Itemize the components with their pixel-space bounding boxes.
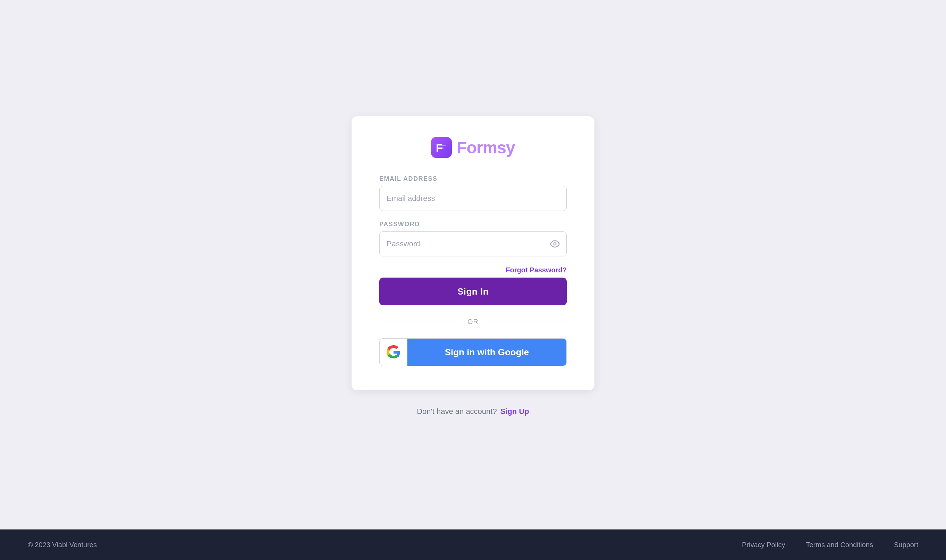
forgot-password-container: Forgot Password?: [379, 266, 567, 274]
google-icon-area: [380, 338, 408, 366]
google-icon: [387, 345, 400, 359]
password-field-group: PASSWORD: [379, 221, 567, 256]
or-text: OR: [468, 318, 478, 326]
or-divider: OR: [379, 318, 567, 326]
google-button-label: Sign in with Google: [408, 338, 566, 366]
login-card: F Formsy EMAIL ADDRESS: [352, 116, 594, 390]
footer-links: Privacy Policy Terms and Conditions Supp…: [742, 541, 918, 549]
svg-rect-3: [437, 148, 443, 149]
logo-text-accent: sy: [497, 138, 515, 157]
logo-text-plain: Form: [457, 138, 497, 157]
password-input[interactable]: [379, 231, 567, 256]
google-sign-in-button[interactable]: Sign in with Google: [379, 338, 567, 366]
main-content: F Formsy EMAIL ADDRESS: [0, 0, 946, 560]
or-line-left: [379, 322, 460, 322]
formsy-logo-icon: F: [431, 137, 452, 158]
email-field-group: EMAIL ADDRESS: [379, 175, 567, 211]
footer: © 2023 Viabl Ventures Privacy Policy Ter…: [0, 529, 946, 560]
forgot-password-link[interactable]: Forgot Password?: [506, 266, 567, 274]
logo-text: Formsy: [457, 138, 515, 157]
signup-prompt: Don't have an account?: [417, 407, 497, 416]
email-label: EMAIL ADDRESS: [379, 175, 567, 183]
footer-privacy-policy-link[interactable]: Privacy Policy: [742, 541, 785, 549]
footer-copyright: © 2023 Viabl Ventures: [28, 541, 97, 549]
password-label: PASSWORD: [379, 221, 567, 228]
logo-container: F Formsy: [431, 137, 515, 158]
password-input-wrapper: [379, 231, 567, 256]
login-form: EMAIL ADDRESS PASSWORD Forgot Pass: [379, 175, 567, 366]
sign-in-button[interactable]: Sign In: [379, 278, 567, 305]
signup-row: Don't have an account? Sign Up: [417, 407, 529, 416]
signup-link[interactable]: Sign Up: [500, 407, 529, 416]
footer-terms-link[interactable]: Terms and Conditions: [806, 541, 873, 549]
svg-rect-2: [437, 145, 446, 146]
password-visibility-icon[interactable]: [550, 239, 560, 249]
email-input-wrapper: [379, 186, 567, 211]
email-input[interactable]: [379, 186, 567, 211]
or-line-right: [486, 322, 567, 322]
footer-support-link[interactable]: Support: [894, 541, 918, 549]
svg-point-4: [554, 243, 556, 245]
